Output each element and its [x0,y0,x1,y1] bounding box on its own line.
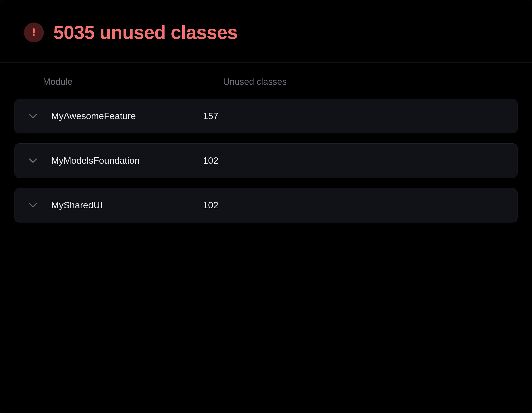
module-name: MyAwesomeFeature [51,111,203,121]
panel-header: 5035 unused classes [0,0,532,63]
table-row[interactable]: MyAwesomeFeature 157 [14,99,518,133]
warning-icon [29,27,39,38]
unused-count: 102 [203,155,218,166]
column-header-unused: Unused classes [223,77,287,87]
page-title: 5035 unused classes [53,22,238,43]
unused-count: 102 [203,200,218,210]
svg-point-0 [33,34,35,36]
column-header-module: Module [43,77,223,87]
warning-badge [24,22,44,42]
panel: 5035 unused classes Module Unused classe… [0,0,532,413]
unused-count: 157 [203,111,218,121]
content-area: Module Unused classes MyAwesomeFeature 1… [0,63,532,223]
chevron-down-icon [29,157,37,165]
table-body: MyAwesomeFeature 157 MyModelsFoundation … [14,99,518,223]
table-row[interactable]: MySharedUI 102 [14,188,518,223]
table-row[interactable]: MyModelsFoundation 102 [14,143,518,178]
module-name: MySharedUI [51,200,203,210]
chevron-down-icon [29,201,37,209]
module-name: MyModelsFoundation [51,155,203,166]
chevron-down-icon [29,112,37,120]
table-header: Module Unused classes [14,77,518,99]
